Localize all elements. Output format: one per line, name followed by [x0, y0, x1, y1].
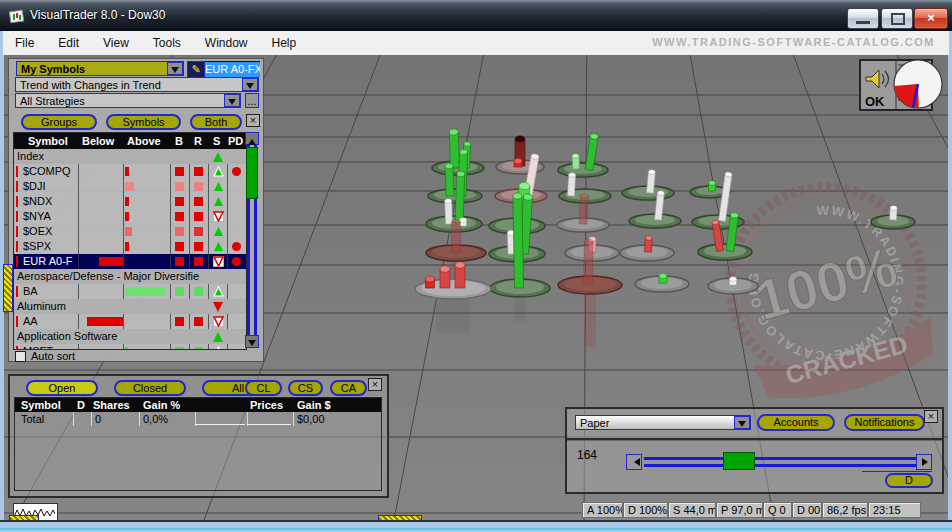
price-cylinder-green[interactable] [449, 129, 459, 168]
price-cylinder-greenblob[interactable] [659, 273, 667, 283]
notifications-button[interactable]: Notifications [844, 414, 925, 431]
auto-sort-option[interactable]: Auto sort [15, 350, 75, 362]
col-header-above[interactable]: Above [127, 135, 161, 147]
close-positions-button[interactable]: × [368, 378, 382, 391]
price-cylinder-red[interactable] [645, 236, 653, 253]
auto-sort-checkbox[interactable] [15, 351, 26, 362]
view-button-symbols[interactable]: Symbols [106, 114, 181, 130]
symbol-row[interactable]: BA [14, 284, 246, 299]
price-cylinder-green[interactable] [455, 171, 465, 224]
price-disc[interactable] [558, 163, 608, 177]
price-cylinder-redblob[interactable] [426, 276, 435, 288]
scroll-up-icon[interactable] [245, 132, 259, 145]
price-cylinder-palegreen[interactable] [572, 154, 580, 170]
symbol-set-dropdown[interactable]: My Symbols [16, 61, 184, 76]
menu-file[interactable]: File [3, 33, 46, 53]
price-cylinder-green[interactable] [445, 163, 454, 196]
group-row[interactable]: Index [14, 149, 246, 164]
action-button-cs[interactable]: CS [288, 380, 323, 396]
symbol-row[interactable]: EUR A0-F [14, 254, 246, 269]
strategy-filter-dropdown[interactable]: All Strategies [15, 93, 241, 108]
view-button-groups[interactable]: Groups [21, 114, 97, 130]
menu-edit[interactable]: Edit [46, 33, 91, 53]
price-cylinder-whiteblob[interactable] [730, 277, 737, 285]
col-header-symbol[interactable]: Symbol [28, 135, 68, 147]
col-header-r[interactable]: R [194, 135, 202, 147]
time-slider-thumb[interactable] [723, 452, 755, 470]
col-header-pd[interactable]: PD [228, 135, 243, 147]
price-cylinder-white[interactable] [568, 173, 576, 197]
v-scroll-thumb[interactable] [3, 264, 13, 312]
pd-dot [232, 167, 241, 176]
symbol-label: EUR A0-F [23, 255, 73, 267]
symbol-row[interactable]: $DJI [14, 179, 246, 194]
col-header-b[interactable]: B [175, 135, 183, 147]
col-header-below[interactable]: Below [82, 135, 114, 147]
menu-window[interactable]: Window [193, 33, 260, 53]
cell-divider [227, 239, 228, 254]
filter-button-closed[interactable]: Closed [114, 380, 186, 396]
price-cylinder-redghost[interactable] [584, 239, 594, 284]
close-panel-button[interactable]: × [246, 114, 260, 127]
gauge-pie [894, 60, 942, 108]
time-slider-track[interactable] [644, 457, 917, 467]
day-button[interactable]: D [885, 473, 933, 488]
group-row[interactable]: Aerospace/Defense - Major Diversifie [14, 269, 246, 284]
slider-left-icon[interactable] [626, 454, 642, 470]
group-row[interactable]: Application Software [14, 329, 246, 344]
reversal-square [194, 287, 203, 296]
maximize-button[interactable] [881, 8, 913, 29]
status-cell-6: 86,2 fps [822, 502, 868, 518]
close-account-button[interactable]: × [924, 410, 938, 423]
scrollbar-thumb[interactable] [246, 147, 258, 199]
price-disc[interactable] [698, 244, 752, 260]
price-cylinder-green[interactable] [513, 193, 524, 288]
price-cylinder-redghost[interactable] [452, 219, 461, 252]
chevron-down-icon[interactable] [167, 62, 183, 75]
action-button-cl[interactable]: CL [245, 380, 282, 396]
chevron-down-icon[interactable] [734, 416, 750, 429]
price-cylinder-redghost[interactable] [579, 193, 589, 224]
edit-symbols-button[interactable]: ✎ [187, 61, 205, 78]
slider-right-icon[interactable] [916, 454, 932, 470]
menu-tools[interactable]: Tools [141, 33, 193, 53]
price-cylinder-white[interactable] [890, 206, 898, 221]
price-cylinder-red[interactable] [440, 266, 450, 288]
more-strategies-button[interactable]: ... [245, 93, 259, 108]
price-cylinder-redblob[interactable] [514, 158, 522, 167]
accounts-button[interactable]: Accounts [757, 414, 835, 431]
filter-button-open[interactable]: Open [26, 380, 98, 396]
price-cylinder-greenblob[interactable] [709, 181, 716, 191]
gauge-ok-label: OK [865, 94, 885, 109]
col-header-s[interactable]: S [213, 135, 220, 147]
symbol-row[interactable]: $NYA [14, 209, 246, 224]
account-dropdown[interactable]: Paper [575, 415, 751, 430]
symbol-row[interactable]: $OEX [14, 224, 246, 239]
minimize-button[interactable] [847, 8, 879, 29]
view-button-both[interactable]: Both [190, 114, 242, 130]
cell-divider [208, 194, 209, 209]
title-bar[interactable]: VisualTrader 8.0 - Dow30 × [0, 0, 952, 31]
symbols-scrollbar[interactable] [245, 132, 259, 348]
total-cell: Total [21, 413, 44, 425]
chevron-down-icon[interactable] [224, 94, 240, 107]
symbol-row[interactable]: $COMPQ [14, 164, 246, 179]
cell-divider [170, 179, 171, 194]
symbol-row[interactable]: $SPX [14, 239, 246, 254]
price-disc[interactable] [428, 189, 482, 203]
close-button[interactable]: × [914, 8, 948, 29]
group-row[interactable]: Aluminum [14, 299, 246, 314]
menu-help[interactable]: Help [260, 33, 309, 53]
scroll-down-icon[interactable] [245, 335, 259, 348]
symbol-input[interactable]: EUR A0-FX [205, 61, 260, 77]
price-cylinder-white[interactable] [445, 199, 453, 225]
symbol-row[interactable]: $NDX [14, 194, 246, 209]
trend-filter-dropdown[interactable]: Trend with Changes in Trend [15, 77, 259, 92]
chevron-down-icon[interactable] [242, 78, 258, 91]
price-cylinder-red[interactable] [455, 262, 465, 288]
action-button-ca[interactable]: CA [330, 380, 367, 396]
breakout-square [175, 242, 184, 251]
menu-view[interactable]: View [91, 33, 141, 53]
symbol-row[interactable]: AA [14, 314, 246, 329]
bar-count: 164 [577, 448, 597, 462]
